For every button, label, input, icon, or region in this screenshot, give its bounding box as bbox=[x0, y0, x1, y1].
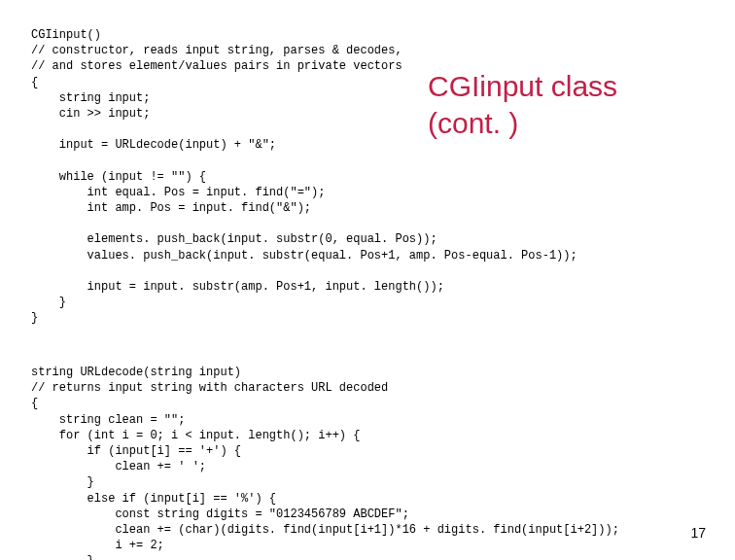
code-block-urldecode: string URLdecode(string input) // return… bbox=[31, 365, 619, 560]
code-block-constructor: CGIinput() // constructor, reads input s… bbox=[31, 27, 578, 327]
page-number: 17 bbox=[690, 524, 706, 542]
